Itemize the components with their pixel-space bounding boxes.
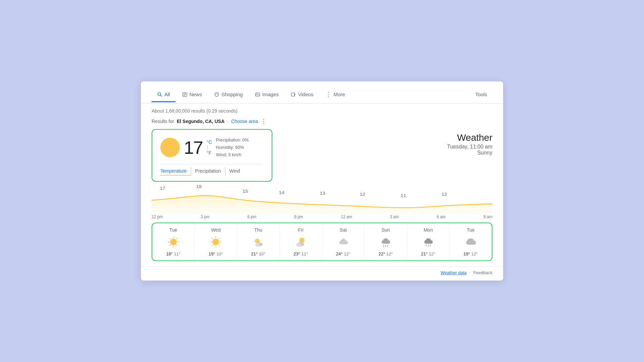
svg-rect-7	[255, 93, 260, 96]
svg-line-51	[428, 245, 429, 246]
tab-news[interactable]: News	[177, 88, 208, 102]
search-tabs: All News Shopping Images	[141, 81, 503, 104]
forecast-day-5[interactable]: Sun 22° 12°	[365, 223, 407, 260]
weather-tabs: Temperature Precipitation Wind	[160, 164, 262, 176]
forecast-icon-1	[209, 235, 222, 249]
weather-condition: Sunny	[286, 150, 492, 156]
svg-point-43	[255, 243, 260, 247]
forecast-day-2[interactable]: Thu 21° 10°	[237, 223, 280, 260]
svg-text:17: 17	[160, 186, 165, 191]
tab-more[interactable]: ⋮ More	[320, 87, 350, 103]
svg-line-27	[169, 245, 170, 246]
news-icon	[182, 92, 187, 97]
celsius-label[interactable]: °C	[207, 139, 212, 145]
forecast-day-6[interactable]: Mon 21° 12°	[407, 223, 450, 260]
time-label-5: 3 am	[390, 215, 399, 219]
forecast-icon-3	[294, 235, 308, 249]
search-icon	[157, 92, 162, 97]
location-prefix: Results for	[152, 119, 174, 124]
forecast-icon-2	[252, 235, 265, 249]
svg-marker-10	[294, 94, 296, 95]
location-name: El Segundo, CA, USA	[177, 119, 224, 124]
wind-detail: Wind: 5 km/h	[216, 151, 249, 159]
svg-text:12: 12	[441, 192, 447, 197]
weather-data-link[interactable]: Weather data	[440, 270, 467, 275]
tab-shopping-label: Shopping	[221, 92, 243, 97]
svg-line-48	[385, 245, 386, 247]
weather-tab-wind[interactable]: Wind	[229, 167, 244, 176]
temp-unit-toggle[interactable]: °C | °F	[207, 139, 212, 156]
forecast-day-name-0: Tue	[169, 227, 177, 233]
humidity-detail: Humidity: 60%	[216, 144, 249, 151]
forecast-temps-2: 21° 10°	[251, 251, 266, 256]
forecast-day-3[interactable]: Fri 23° 11°	[280, 223, 322, 260]
tools-button[interactable]: Tools	[470, 88, 492, 102]
svg-text:11: 11	[400, 194, 406, 198]
forecast-icon-6	[422, 235, 435, 249]
forecast-day-name-3: Fri	[298, 227, 304, 233]
forecast-temps-3: 23° 11°	[293, 251, 308, 256]
svg-line-24	[169, 238, 170, 239]
forecast-day-4[interactable]: Sat 24° 12°	[322, 223, 365, 260]
tab-all[interactable]: All	[152, 88, 175, 102]
tab-shopping[interactable]: Shopping	[209, 88, 248, 102]
location-row: Results for El Segundo, CA, USA · Choose…	[141, 116, 503, 129]
location-dot: ·	[227, 119, 228, 124]
svg-line-36	[212, 245, 213, 246]
weather-tab-temperature[interactable]: Temperature	[160, 167, 191, 176]
svg-line-33	[212, 238, 213, 239]
tab-videos-label: Videos	[298, 92, 314, 97]
options-dots[interactable]: ⋮	[261, 118, 267, 125]
tab-videos[interactable]: Videos	[285, 88, 319, 102]
forecast-day-0[interactable]: Tue 18° 11°	[152, 223, 195, 260]
choose-area-link[interactable]: Choose area	[231, 119, 258, 124]
svg-line-1	[160, 95, 162, 97]
svg-line-50	[426, 245, 427, 246]
svg-point-6	[215, 93, 219, 96]
svg-text:18: 18	[196, 185, 202, 189]
weather-card: 17 °C | °F Precipitation: 0% Humidity: 6…	[152, 129, 272, 182]
forecast-temps-0: 18° 11°	[166, 251, 180, 256]
weather-tab-precipitation[interactable]: Precipitation	[195, 167, 225, 176]
results-count: About 1,68,00,000 results (0.29 seconds)	[141, 104, 503, 116]
svg-line-25	[176, 245, 177, 246]
forecast-day-name-4: Sat	[340, 227, 347, 233]
images-icon	[255, 92, 260, 97]
tab-images[interactable]: Images	[250, 88, 284, 102]
sun-icon	[160, 138, 180, 157]
forecast-day-name-5: Sun	[381, 227, 390, 233]
footer-dot: ·	[469, 270, 471, 275]
time-label-4: 12 am	[341, 215, 352, 219]
forecast-icon-4	[336, 235, 350, 249]
weather-datetime: Tuesday, 11:00 am	[286, 144, 492, 150]
forecast-day-name-7: Tue	[467, 227, 475, 233]
tab-more-label: More	[333, 92, 345, 97]
svg-line-35	[219, 238, 220, 239]
forecast-day-7[interactable]: Tue 19° 12°	[449, 223, 492, 260]
forecast-day-1[interactable]: Wed 19° 10°	[195, 223, 237, 260]
weather-right: Weather Tuesday, 11:00 am Sunny	[286, 129, 492, 156]
svg-text:15: 15	[243, 189, 248, 194]
more-dots-icon: ⋮	[325, 91, 331, 98]
forecast-day-name-2: Thu	[254, 227, 262, 233]
weather-main-area: 17 °C | °F Precipitation: 0% Humidity: 6…	[141, 129, 503, 184]
svg-text:12: 12	[360, 192, 365, 197]
unit-separator: |	[207, 145, 212, 150]
svg-line-26	[176, 238, 177, 239]
tab-images-label: Images	[262, 92, 279, 97]
weather-title: Weather	[286, 132, 492, 143]
chart-area: 17 18 15 14 13 12 11 12	[141, 184, 503, 215]
footer-row: Weather data · Feedback	[141, 266, 503, 281]
svg-point-28	[212, 239, 219, 245]
browser-window: All News Shopping Images	[141, 81, 503, 281]
weather-top-row: 17 °C | °F Precipitation: 0% Humidity: 6…	[160, 136, 262, 159]
fahrenheit-label[interactable]: °F	[207, 150, 212, 156]
svg-point-46	[296, 243, 302, 247]
time-label-3: 9 pm	[294, 215, 303, 219]
feedback-label[interactable]: Feedback	[473, 270, 492, 275]
forecast-temps-6: 21° 12°	[421, 251, 435, 256]
svg-line-49	[387, 245, 388, 247]
forecast-temps-4: 24° 12°	[336, 251, 351, 256]
forecast-temps-1: 19° 10°	[209, 251, 223, 256]
time-label-6: 6 am	[437, 215, 446, 219]
